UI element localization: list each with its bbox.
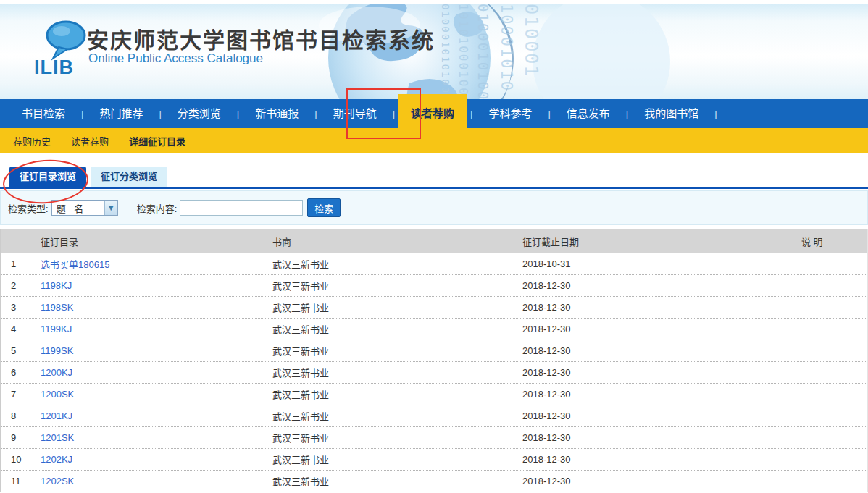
binary-decoration: 101010001000	[458, 4, 468, 99]
table-row: 31198SK武汉三新书业2018-12-30	[1, 297, 867, 319]
search-input[interactable]	[180, 200, 303, 216]
table-row: 1选书买单180615武汉三新书业2018-10-31	[1, 253, 867, 275]
nav-separator: |	[314, 109, 317, 119]
search-panel: 检索类型: 题 名 ▼ 检索内容: 检索	[0, 190, 868, 225]
site-title: 安庆师范大学图书馆书目检索系统	[87, 22, 435, 54]
search-type-select[interactable]: 题 名 ▼	[51, 200, 118, 216]
col-header-remark: 说 明	[801, 235, 867, 248]
deadline-cell: 2018-12-30	[522, 345, 801, 356]
nav-item-1[interactable]: 热门推荐	[92, 99, 150, 128]
vendor-cell: 武汉三新书业	[272, 409, 522, 423]
vendor-cell: 武汉三新书业	[272, 322, 522, 336]
col-header-vendor: 书商	[272, 235, 522, 248]
catalog-table: 征订目录 书商 征订截止日期 说 明 1选书买单180615武汉三新书业2018…	[0, 229, 868, 492]
table-row: 51199SK武汉三新书业2018-12-30	[1, 340, 867, 362]
site-subtitle: Online Public Access Catalogue	[88, 51, 263, 66]
catalog-link[interactable]: 1200SK	[41, 389, 74, 400]
nav-separator: |	[81, 109, 83, 119]
tab-underline	[0, 187, 868, 189]
search-button[interactable]: 检索	[307, 198, 341, 217]
vendor-cell: 武汉三新书业	[272, 344, 522, 358]
tab-0[interactable]: 征订目录浏览	[9, 167, 86, 187]
vendor-cell: 武汉三新书业	[272, 257, 522, 271]
row-index: 1	[1, 258, 30, 269]
row-index: 5	[1, 345, 30, 356]
catalog-cell: 1200SK	[30, 389, 272, 400]
subnav-item-0[interactable]: 荐购历史	[13, 134, 51, 148]
deadline-cell: 2018-12-30	[522, 476, 801, 486]
vendor-cell: 武汉三新书业	[272, 279, 522, 292]
vendor-cell: 武汉三新书业	[272, 366, 522, 379]
table-row: 71200SK武汉三新书业2018-12-30	[1, 384, 867, 405]
row-index: 2	[1, 280, 30, 291]
row-index: 10	[1, 454, 30, 465]
subnav-item-2[interactable]: 详细征订目录	[129, 134, 185, 148]
logo-text: ILIB	[34, 56, 74, 79]
main-nav: 书目检索|热门推荐|分类浏览|新书通报|期刊导航|读者荐购|学科参考|信息发布|…	[0, 99, 868, 128]
catalog-link[interactable]: 1199SK	[41, 345, 73, 356]
spacer	[0, 153, 868, 167]
catalog-cell: 1199SK	[30, 345, 272, 356]
nav-separator: |	[470, 109, 472, 119]
catalog-link[interactable]: 选书买单180615	[41, 259, 109, 270]
nav-item-2[interactable]: 分类浏览	[170, 99, 228, 128]
table-row: 41199KJ武汉三新书业2018-12-30	[1, 319, 867, 340]
catalog-link[interactable]: 1201KJ	[41, 410, 72, 421]
nav-separator: |	[393, 109, 395, 119]
nav-item-3[interactable]: 新书通报	[248, 99, 306, 128]
catalog-link[interactable]: 1202KJ	[41, 454, 72, 465]
catalog-cell: 1201KJ	[30, 410, 272, 421]
nav-item-8[interactable]: 我的图书馆	[637, 99, 706, 128]
deadline-cell: 2018-12-30	[522, 432, 801, 443]
row-index: 6	[1, 367, 30, 378]
deadline-cell: 2018-12-30	[522, 367, 801, 378]
table-body: 1选书买单180615武汉三新书业2018-10-3121198KJ武汉三新书业…	[1, 253, 867, 492]
catalog-link[interactable]: 1198KJ	[41, 280, 72, 291]
col-header-catalog: 征订目录	[30, 235, 272, 248]
catalog-link[interactable]: 1200KJ	[41, 367, 72, 378]
nav-separator: |	[714, 109, 717, 119]
deadline-cell: 2018-10-31	[522, 258, 801, 269]
vendor-cell: 武汉三新书业	[272, 431, 522, 444]
catalog-link[interactable]: 1199KJ	[41, 324, 72, 334]
nav-item-0[interactable]: 书目检索	[14, 99, 72, 128]
table-row: 61200KJ武汉三新书业2018-12-30	[1, 362, 867, 384]
nav-item-6[interactable]: 学科参考	[481, 99, 539, 128]
nav-item-4[interactable]: 期刊导航	[326, 99, 384, 128]
nav-item-5[interactable]: 读者荐购	[404, 99, 462, 128]
table-row: 101202KJ武汉三新书业2018-12-30	[1, 449, 867, 471]
subnav-item-1[interactable]: 读者荐购	[71, 134, 109, 148]
catalog-cell: 1198SK	[30, 302, 272, 313]
catalog-cell: 1198KJ	[30, 280, 272, 291]
catalog-cell: 选书买单180615	[30, 257, 272, 271]
binary-decoration: 10001010	[501, 4, 512, 92]
col-header-deadline: 征订截止日期	[522, 235, 801, 248]
catalog-link[interactable]: 1202SK	[41, 476, 74, 486]
catalog-link[interactable]: 1198SK	[41, 302, 73, 313]
catalog-cell: 1199KJ	[30, 324, 272, 334]
binary-decoration: 010001010100	[441, 4, 451, 94]
search-type-value: 题 名	[52, 201, 104, 215]
table-row: 21198KJ武汉三新书业2018-12-30	[1, 275, 867, 297]
header-banner: 010001010100 101010001000 0100010100 100…	[0, 0, 868, 99]
row-index: 3	[1, 302, 30, 313]
row-index: 7	[1, 389, 30, 400]
binary-decoration: 0100010100	[478, 4, 488, 99]
vendor-cell: 武汉三新书业	[272, 452, 522, 466]
catalog-link[interactable]: 1201SK	[41, 432, 74, 443]
table-row: 81201KJ武汉三新书业2018-12-30	[1, 405, 867, 427]
deadline-cell: 2018-12-30	[522, 280, 801, 291]
search-content-label: 检索内容:	[137, 201, 178, 215]
catalog-cell: 1202KJ	[30, 454, 272, 465]
nav-separator: |	[237, 109, 239, 119]
row-index: 8	[1, 410, 30, 421]
nav-item-7[interactable]: 信息发布	[559, 99, 617, 128]
table-row: 91201SK武汉三新书业2018-12-30	[1, 427, 867, 449]
row-index: 9	[1, 432, 30, 443]
nav-separator: |	[626, 109, 628, 119]
catalog-cell: 1201SK	[30, 432, 272, 443]
binary-decoration: 010001	[526, 4, 536, 77]
vendor-cell: 武汉三新书业	[272, 474, 522, 488]
tab-1[interactable]: 征订分类浏览	[91, 167, 167, 187]
nav-separator: |	[548, 109, 550, 119]
